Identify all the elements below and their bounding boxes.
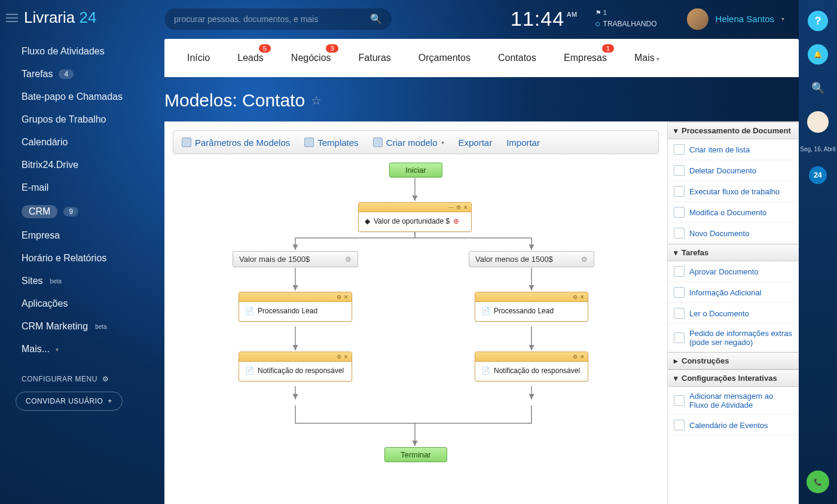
gear-icon[interactable]: ⚙ xyxy=(581,255,588,264)
templates-button[interactable]: Templates xyxy=(304,138,358,148)
gear-icon[interactable]: ⚙ xyxy=(345,255,352,264)
panel-action-item[interactable]: Aprovar Documento xyxy=(668,261,799,282)
task-icon: 📄 xyxy=(481,366,490,375)
sidebar-item[interactable]: CRM Marketingbeta xyxy=(22,315,158,338)
panel-action-item[interactable]: Executar fluxo de trabalho xyxy=(668,181,799,202)
crm-tab[interactable]: Negócios3 xyxy=(280,53,342,63)
create-icon xyxy=(373,138,383,147)
workflow-toolbar: Parâmetros de Modelos Templates Criar mo… xyxy=(173,130,659,154)
invite-user-button[interactable]: CONVIDAR USUÁRIO + xyxy=(16,392,123,411)
panel-section-header[interactable]: ▾Tarefas xyxy=(668,244,799,261)
process-right-node[interactable]: ⚙✕📄Processando Lead xyxy=(475,292,588,322)
action-icon xyxy=(674,395,685,406)
sidebar-item[interactable]: CRM9 xyxy=(22,199,158,224)
panel-action-item[interactable]: Adicionar mensagem ao Fluxo de Atividade xyxy=(668,387,799,415)
create-model-button[interactable]: Criar modelo ▾ xyxy=(373,138,444,148)
model-params-button[interactable]: Parâmetros de Modelos xyxy=(182,138,290,148)
panel-action-item[interactable]: Deletar Documento xyxy=(668,160,799,181)
export-button[interactable]: Exportar xyxy=(459,138,493,148)
panel-section-header[interactable]: ▸Construções xyxy=(668,352,799,369)
crm-tab[interactable]: Leads5 xyxy=(227,53,274,63)
chevron-icon: ▾ xyxy=(674,126,678,135)
sidebar-item[interactable]: Grupos de Trabalho xyxy=(22,108,158,131)
status-dot-icon xyxy=(595,22,600,26)
plus-icon: + xyxy=(108,397,112,405)
sidebar-item[interactable]: Mais...▾ xyxy=(22,338,158,361)
b24-logo-icon[interactable]: 24 xyxy=(809,166,827,184)
plus-icon[interactable]: ⊕ xyxy=(453,217,459,225)
crm-tab[interactable]: Contatos xyxy=(487,53,547,63)
action-icon xyxy=(674,207,685,218)
clock: 11:44AM xyxy=(511,7,578,30)
flag-icon: ⚑ xyxy=(595,9,601,16)
diamond-icon: ◆ xyxy=(365,217,370,225)
panel-section-header[interactable]: ▾Processamento de Document xyxy=(668,122,799,139)
action-icon xyxy=(674,420,685,430)
panel-action-item[interactable]: Criar item de lista xyxy=(668,139,799,160)
crm-tab[interactable]: Empresas1 xyxy=(553,53,618,63)
chevron-down-icon: ▾ xyxy=(781,16,784,22)
params-icon xyxy=(182,138,191,147)
search-input[interactable] xyxy=(174,14,370,24)
user-menu[interactable]: Helena Santos ▾ xyxy=(687,8,784,30)
crm-tab[interactable]: Mais ▾ xyxy=(624,53,670,63)
crm-tab[interactable]: Início xyxy=(176,53,221,63)
sidebar: Livraria 24 Fluxo de AtividadesTarefas4B… xyxy=(0,0,158,504)
page-title: Modelos: Contato ☆ xyxy=(158,77,799,121)
import-button[interactable]: Importar xyxy=(506,138,540,148)
crm-tab[interactable]: Faturas xyxy=(348,53,402,63)
task-icon: 📄 xyxy=(481,307,490,315)
chevron-icon: ▸ xyxy=(674,356,678,365)
avatar xyxy=(687,8,708,30)
chevron-icon: ▾ xyxy=(674,248,678,257)
sidebar-item[interactable]: Empresa xyxy=(22,224,158,247)
panel-section-header[interactable]: ▾Configurações Interativas xyxy=(668,369,799,387)
condition-left-node[interactable]: Valor mais de 1500$⚙ xyxy=(233,251,358,267)
notify-right-node[interactable]: ⚙✕📄Notificação do responsável xyxy=(475,352,588,381)
sidebar-item[interactable]: Aplicações xyxy=(22,292,158,315)
right-rail: ? 🔔 🔍 Seg, 16, Abril 24 📞 xyxy=(799,0,837,504)
sidebar-item[interactable]: Horário e Relatórios xyxy=(22,247,158,270)
action-icon xyxy=(674,144,685,155)
action-icon xyxy=(674,186,685,197)
phone-button[interactable]: 📞 xyxy=(807,471,829,493)
task-icon: 📄 xyxy=(245,366,254,375)
sidebar-item[interactable]: Fluxo de Atividades xyxy=(22,40,158,63)
sidebar-item[interactable]: Sitesbeta xyxy=(22,270,158,292)
search-icon[interactable]: 🔍 xyxy=(370,13,382,25)
sidebar-item[interactable]: Bate-papo e Chamadas xyxy=(22,85,158,108)
panel-action-item[interactable]: Modifica o Documento xyxy=(668,202,799,223)
status: ⚑ 1 TRABALHANDO xyxy=(595,8,657,30)
topbar: 🔍 11:44AM ⚑ 1 TRABALHANDO Helena Santos … xyxy=(158,0,799,30)
rail-avatar[interactable] xyxy=(807,111,829,133)
workflow-canvas[interactable]: Iniciar —⚙✕ ◆Valor de oportunidade $ ⊕ V… xyxy=(173,154,659,489)
rail-date: Seg, 16, Abril xyxy=(800,146,835,153)
crm-tab[interactable]: Orçamentos xyxy=(408,53,481,63)
notifications-button[interactable]: 🔔 xyxy=(808,44,828,65)
condition-right-node[interactable]: Valor menos de 1500$⚙ xyxy=(469,251,594,267)
action-icon xyxy=(674,308,685,319)
panel-action-item[interactable]: Calendário de Eventos xyxy=(668,415,799,436)
help-button[interactable]: ? xyxy=(808,11,828,31)
sidebar-item[interactable]: Tarefas4 xyxy=(22,63,158,85)
panel-action-item[interactable]: Pedido de informações extras (pode ser n… xyxy=(668,324,799,352)
star-icon[interactable]: ☆ xyxy=(311,93,322,108)
sidebar-item[interactable]: Bitrix24.Drive xyxy=(22,154,158,176)
panel-action-item[interactable]: Informação Adicional xyxy=(668,282,799,303)
panel-action-item[interactable]: Novo Documento xyxy=(668,223,799,244)
task-icon: 📄 xyxy=(245,307,254,315)
sidebar-item[interactable]: Calendário xyxy=(22,131,158,154)
search-box[interactable]: 🔍 xyxy=(164,8,392,30)
end-node[interactable]: Terminar xyxy=(384,447,447,462)
notify-left-node[interactable]: ⚙✕📄Notificação do responsável xyxy=(239,352,352,381)
opportunity-node[interactable]: —⚙✕ ◆Valor de oportunidade $ ⊕ xyxy=(358,202,472,232)
start-node[interactable]: Iniciar xyxy=(389,163,442,178)
action-icon xyxy=(674,287,685,298)
rail-search-button[interactable]: 🔍 xyxy=(808,78,828,98)
chevron-icon: ▾ xyxy=(674,374,678,383)
menu-toggle-icon[interactable] xyxy=(6,14,18,22)
configure-menu-button[interactable]: CONFIGURAR MENU ⚙ xyxy=(0,361,158,392)
panel-action-item[interactable]: Ler o Documento xyxy=(668,303,799,324)
sidebar-item[interactable]: E-mail xyxy=(22,176,158,199)
process-left-node[interactable]: ⚙✕📄Processando Lead xyxy=(239,292,352,322)
